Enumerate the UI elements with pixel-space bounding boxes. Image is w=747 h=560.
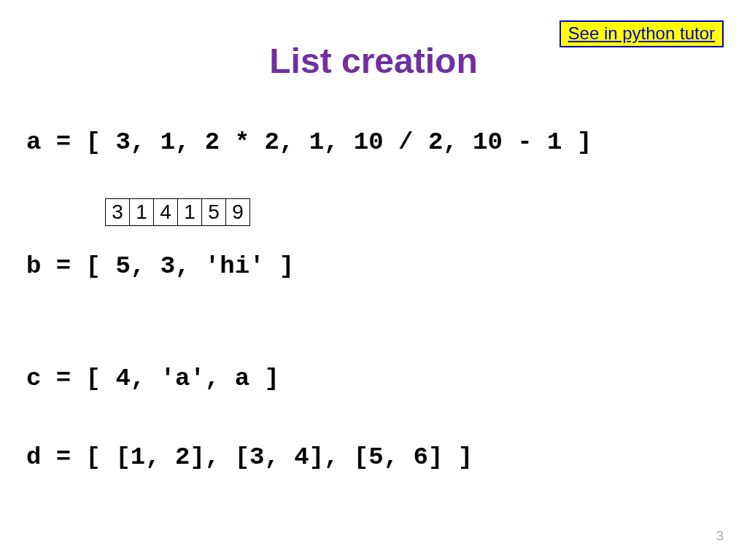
- code-line-a: a = [ 3, 1, 2 * 2, 1, 10 / 2, 10 - 1 ]: [26, 128, 592, 156]
- code-line-d: d = [ [1, 2], [3, 4], [5, 6] ]: [26, 443, 473, 471]
- page-number: 3: [716, 529, 724, 544]
- array-cell: 1: [178, 199, 202, 226]
- code-line-b: b = [ 5, 3, 'hi' ]: [26, 252, 294, 280]
- code-line-c: c = [ 4, 'a', a ]: [26, 365, 279, 392]
- array-cell: 4: [154, 199, 178, 226]
- array-cell: 1: [130, 199, 154, 226]
- slide-title: List creation: [0, 41, 747, 81]
- array-cell: 5: [202, 199, 226, 226]
- array-cell: 3: [106, 199, 130, 226]
- array-visualization: 3 1 4 1 5 9: [105, 198, 250, 226]
- array-cell: 9: [226, 199, 250, 226]
